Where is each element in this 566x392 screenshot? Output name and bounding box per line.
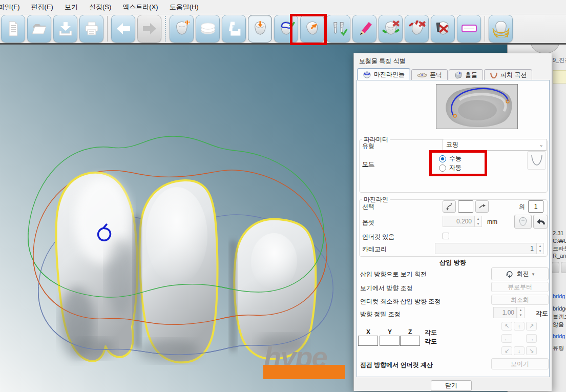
nudge-up-right-button[interactable]: ↗ [526,322,537,331]
arch-shape-button[interactable] [527,151,546,170]
remove-pins-button[interactable] [405,15,429,43]
save-icon [57,20,74,37]
tab-feature-curve[interactable]: 피처 곡선 [484,69,532,80]
radio-selected-icon [439,155,446,162]
mode-manual-radio[interactable]: 수동 [439,154,462,163]
rotate-view-button[interactable]: 회전 ▾ [491,267,549,280]
menu-extras[interactable]: 엑스트라(X) [117,0,163,14]
nudge-up-left-button[interactable]: ↖ [501,322,512,331]
tray-icon [460,20,478,37]
pencil-icon [355,20,374,37]
rotate-view-label: 삽입 방향으로 보기 회전 [360,270,427,279]
insertion-header: 삽입 방향 [354,258,552,267]
tab-label: 홀들 [465,71,477,79]
dialog-title: 보철물 특징 식별 [359,57,406,66]
panel-button[interactable] [552,262,559,273]
tab-label: 마진라인들 [374,70,405,79]
panel-text-fragment: 크라운 [553,245,566,253]
tab-pontic[interactable]: 폰틱 [411,69,448,80]
forward-button [137,15,161,43]
remove-attachments-button[interactable] [379,15,403,43]
panel-text-fragment: bridge [553,305,566,312]
axis-z-label: Z [408,328,412,336]
add-tooth-button[interactable] [170,15,194,43]
draw-pencil-button[interactable] [352,15,376,43]
from-view-button[interactable]: 뷰로부터 [491,282,549,292]
tab-holes[interactable]: 홀들 [449,69,483,80]
milling-paths-button[interactable] [489,15,513,43]
new-document-icon [5,20,22,37]
forward-arrow-icon [141,20,158,37]
menu-file[interactable]: 파일(F) [0,0,26,14]
feature-curve-tab-icon [490,72,498,79]
implants-confirm-button[interactable] [326,15,350,43]
next-arrow-icon [477,202,487,211]
mode-auto-radio[interactable]: 자동 [439,163,462,172]
mode-manual-label: 수동 [449,154,462,163]
tab-margin-lines[interactable]: 마진라인들 [357,68,410,80]
offset-label: 옵셋 [362,218,374,227]
type-select[interactable]: 코핑 ⌄ [443,139,547,151]
impression-tray-button[interactable] [457,15,481,43]
nudge-up-button[interactable]: ↑ [514,322,525,331]
save-button[interactable] [53,15,77,43]
category-label: 카테고리 [362,245,387,254]
pontic-tab-icon [417,72,427,78]
back-button[interactable] [111,15,135,43]
panel-text-fragment: 블랭크 [553,313,566,321]
tab-label: 피처 곡선 [500,71,527,79]
tooth-bridge-model [15,118,353,374]
fine-adjust-spinner[interactable]: 1.00 [493,307,517,318]
fine-adjust-spinner-arrows[interactable]: ▲▼ [517,307,525,318]
app-window: 파일(F) 편집(E) 보기 설정(S) 엑스트라(X) 도움말(H) [0,0,566,392]
open-folder-button[interactable] [27,15,51,43]
margin-line-detect-button[interactable] [274,15,298,43]
angle-y-input[interactable] [380,336,400,346]
next-marginline-button[interactable] [475,200,489,213]
undercut-label: 언더컷 있음 [362,233,394,241]
angle-z-input[interactable] [400,336,420,346]
show-button[interactable]: 보이기 [491,358,549,369]
milling-machine-button[interactable] [222,15,246,43]
menu-help[interactable]: 도움말(H) [164,0,204,14]
select-label: 선택 [362,202,374,211]
minimize-button[interactable]: 최소화 [491,295,549,305]
panel-text-fragment: bridg [553,293,565,299]
angle-x-input[interactable] [358,336,378,346]
close-button[interactable]: 닫기 [431,380,472,391]
offset-unit-label: mm [487,218,497,225]
import-restoration-button[interactable] [248,15,272,43]
marginline-index-box[interactable] [458,200,473,213]
remove-implant-button[interactable] [431,15,455,43]
panel-button[interactable] [561,262,566,273]
nudge-down-right-button[interactable]: ↘ [526,346,537,355]
prev-marginline-button[interactable] [443,200,456,213]
margin-lines-tab-icon [363,71,371,78]
nudge-right-button[interactable]: → [526,334,537,343]
undo-button[interactable] [533,215,548,229]
undercut-checkbox[interactable] [443,233,449,239]
print-button[interactable] [79,15,103,43]
apply-tooth-button[interactable] [514,215,532,229]
new-document-button[interactable] [1,15,25,43]
prev-arrow-icon [445,202,454,211]
export-restoration-button[interactable] [300,15,324,43]
radio-unselected-icon [439,164,446,172]
panel-text-fragment: 유형 [553,344,564,352]
nudge-left-button[interactable]: ← [501,334,512,343]
menu-settings[interactable]: 설정(S) [83,0,117,14]
menu-edit[interactable]: 편집(E) [26,0,59,14]
nudge-down-left-button[interactable]: ↙ [501,346,512,355]
offset-spinner-arrows[interactable]: ▲▼ [474,216,482,227]
offset-spinner[interactable]: 0.200 [443,216,474,227]
of-label: 의 [519,202,525,211]
minimize-undercut-label: 언더컷 최소화 삽입 방향 조정 [360,297,441,306]
blanks-button[interactable] [196,15,220,43]
category-spinner-arrows[interactable]: ▲▼ [536,243,544,254]
chevron-down-icon: ▾ [532,272,535,277]
watermark-bar [263,365,345,379]
category-field[interactable]: 1 [435,243,536,254]
nudge-down-button[interactable]: ↓ [514,346,525,355]
tooth-wires-icon [491,20,511,37]
menu-view[interactable]: 보기 [59,0,83,14]
